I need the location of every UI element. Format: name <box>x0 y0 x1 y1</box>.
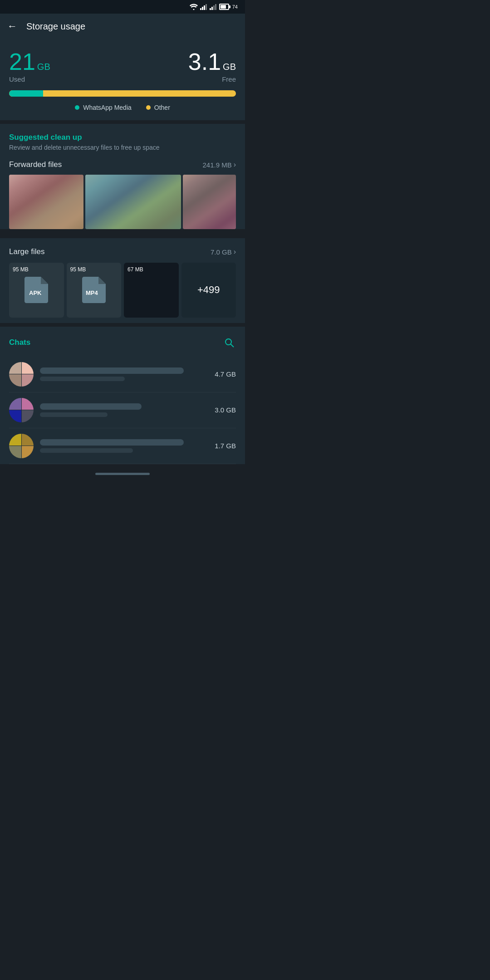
chat-avatar-2 <box>9 398 34 422</box>
storage-progress-bar <box>9 90 236 97</box>
chat-name-bar-2 <box>40 403 142 410</box>
cleanup-subtitle: Review and delete unnecessary files to f… <box>9 144 236 151</box>
free-label: Free <box>222 75 236 83</box>
legend-other-label: Other <box>154 104 170 111</box>
svg-rect-7 <box>213 5 215 10</box>
legend-other: Other <box>146 104 170 111</box>
free-unit: GB <box>223 62 236 72</box>
thumb-3[interactable] <box>183 175 236 229</box>
svg-rect-6 <box>211 7 213 10</box>
svg-line-12 <box>231 344 234 347</box>
chat-info-2 <box>40 403 209 417</box>
legend-dot-teal <box>75 105 79 110</box>
chats-header: Chats <box>9 336 236 349</box>
svg-rect-8 <box>215 4 216 10</box>
large-files-grid: 95 MB APK 95 MB MP4 67 MB +499 <box>9 263 236 318</box>
chat-item-3[interactable]: 1.7 GB <box>9 428 236 464</box>
chat-size-3: 1.7 GB <box>215 442 236 450</box>
cleanup-section: Suggested clean up Review and delete unn… <box>0 124 245 229</box>
wifi-icon <box>190 4 198 10</box>
chats-search-button[interactable] <box>222 336 236 349</box>
storage-numbers: 21 GB Used 3.1 GB Free <box>9 50 236 83</box>
chat-item-1[interactable]: 4.7 GB <box>9 357 236 392</box>
file-thumb-apk[interactable]: 95 MB APK <box>9 263 64 318</box>
legend-whatsapp-label: WhatsApp Media <box>83 104 132 111</box>
file-thumb-mp4[interactable]: 95 MB MP4 <box>67 263 122 318</box>
file-thumb-more[interactable]: +499 <box>181 263 236 318</box>
battery-level: 74 <box>232 4 238 10</box>
svg-text:MP4: MP4 <box>86 289 98 296</box>
chat-sub-bar-2 <box>40 412 108 417</box>
chat-name-bar-1 <box>40 368 184 374</box>
forwarded-thumbnails[interactable] <box>9 175 236 229</box>
chat-sub-bar-1 <box>40 377 125 381</box>
thumb-2[interactable] <box>85 175 181 229</box>
used-label: Used <box>9 75 50 83</box>
svg-point-0 <box>193 9 194 10</box>
storage-overview: 21 GB Used 3.1 GB Free WhatsApp Media Ot… <box>0 39 245 120</box>
chat-size-1: 4.7 GB <box>215 370 236 378</box>
more-count: +499 <box>197 284 220 296</box>
svg-rect-4 <box>206 4 207 10</box>
large-files-chevron: › <box>234 248 236 256</box>
status-icons: 74 <box>190 4 238 10</box>
file-size-1: 95 MB <box>13 266 29 273</box>
forwarded-files-size: 241.9 MB › <box>202 161 236 169</box>
home-indicator <box>0 468 245 480</box>
used-progress <box>9 90 43 97</box>
chat-avatar-1 <box>9 362 34 387</box>
storage-legend: WhatsApp Media Other <box>9 104 236 111</box>
battery-icon <box>219 4 229 10</box>
chat-item-2[interactable]: 3.0 GB <box>9 392 236 428</box>
page-title: Storage usage <box>26 21 85 32</box>
chat-size-2: 3.0 GB <box>215 406 236 414</box>
chats-title: Chats <box>9 338 30 347</box>
svg-point-11 <box>225 339 231 345</box>
forwarded-files-header[interactable]: Forwarded files 241.9 MB › <box>9 160 236 169</box>
thumb-1[interactable] <box>9 175 83 229</box>
large-files-section: Large files 7.0 GB › 95 MB APK 95 MB MP4 <box>0 238 245 323</box>
large-files-label: Large files <box>9 247 44 256</box>
svg-rect-1 <box>200 8 201 10</box>
svg-rect-5 <box>210 8 211 10</box>
svg-text:APK: APK <box>29 289 42 296</box>
chat-sub-bar-3 <box>40 448 133 453</box>
mp4-file-icon: MP4 <box>82 277 106 303</box>
storage-free-block: 3.1 GB Free <box>188 50 236 83</box>
home-bar <box>95 473 150 475</box>
signal-icon <box>200 4 207 10</box>
chat-info-1 <box>40 368 209 381</box>
used-unit: GB <box>37 62 50 72</box>
svg-rect-3 <box>204 5 205 10</box>
chat-name-bar-3 <box>40 439 184 446</box>
storage-used-block: 21 GB Used <box>9 50 50 83</box>
forwarded-files-label: Forwarded files <box>9 160 62 169</box>
legend-dot-yellow <box>146 105 151 110</box>
legend-whatsapp: WhatsApp Media <box>75 104 132 111</box>
apk-file-icon: APK <box>24 277 48 303</box>
file-size-2: 95 MB <box>70 266 86 273</box>
file-thumb-3[interactable]: 67 MB <box>124 263 179 318</box>
chat-avatar-3 <box>9 434 34 458</box>
search-icon <box>224 337 235 348</box>
free-number: 3.1 <box>188 50 221 74</box>
svg-rect-2 <box>202 7 203 10</box>
cleanup-title: Suggested clean up <box>9 133 236 142</box>
forwarded-chevron: › <box>234 161 236 169</box>
chat-info-3 <box>40 439 209 453</box>
large-files-size: 7.0 GB › <box>211 248 236 256</box>
large-files-header[interactable]: Large files 7.0 GB › <box>9 247 236 256</box>
signal2-icon <box>210 4 217 10</box>
file-size-3: 67 MB <box>127 266 143 273</box>
status-bar: 74 <box>0 0 245 14</box>
used-number: 21 <box>9 50 35 74</box>
chats-section: Chats 4.7 GB <box>0 327 245 464</box>
back-button[interactable]: ← <box>7 21 17 31</box>
top-nav: ← Storage usage <box>0 14 245 39</box>
